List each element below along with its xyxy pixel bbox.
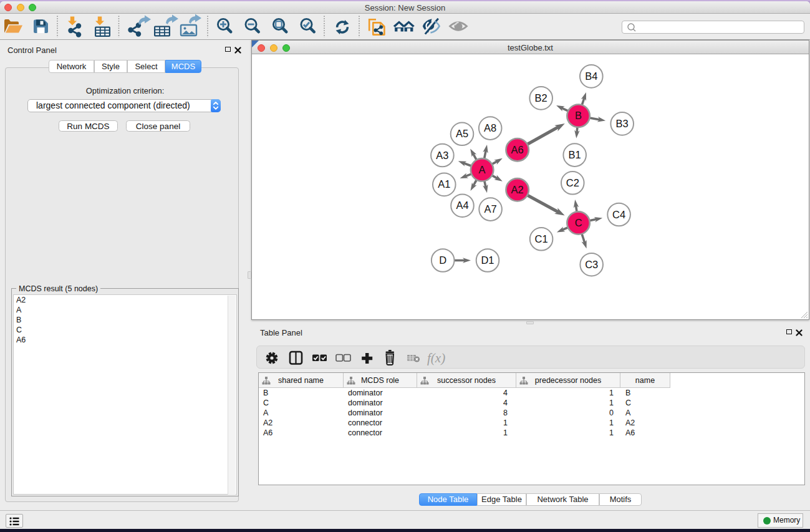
svg-text:C: C	[575, 217, 582, 228]
svg-text:B: B	[575, 110, 582, 121]
svg-text:A3: A3	[436, 149, 448, 160]
svg-text:A1: A1	[438, 178, 450, 190]
svg-text:A: A	[479, 163, 486, 175]
svg-text:A6: A6	[511, 143, 524, 155]
svg-text:C2: C2	[566, 177, 579, 188]
svg-text:B3: B3	[616, 117, 629, 128]
svg-text:A4: A4	[456, 200, 468, 211]
svg-text:A5: A5	[456, 128, 468, 139]
svg-text:B2: B2	[535, 92, 547, 103]
svg-text:B1: B1	[569, 149, 581, 160]
svg-text:A8: A8	[484, 122, 496, 133]
svg-text:A7: A7	[485, 203, 497, 215]
svg-text:C1: C1	[535, 233, 548, 244]
svg-text:D1: D1	[481, 254, 494, 266]
svg-text:D: D	[439, 254, 446, 266]
svg-text:B4: B4	[585, 70, 597, 81]
svg-text:C4: C4	[612, 208, 625, 220]
svg-text:C3: C3	[585, 258, 598, 269]
svg-text:f(x): f(x)	[427, 351, 445, 365]
svg-text:A2: A2	[511, 183, 524, 195]
